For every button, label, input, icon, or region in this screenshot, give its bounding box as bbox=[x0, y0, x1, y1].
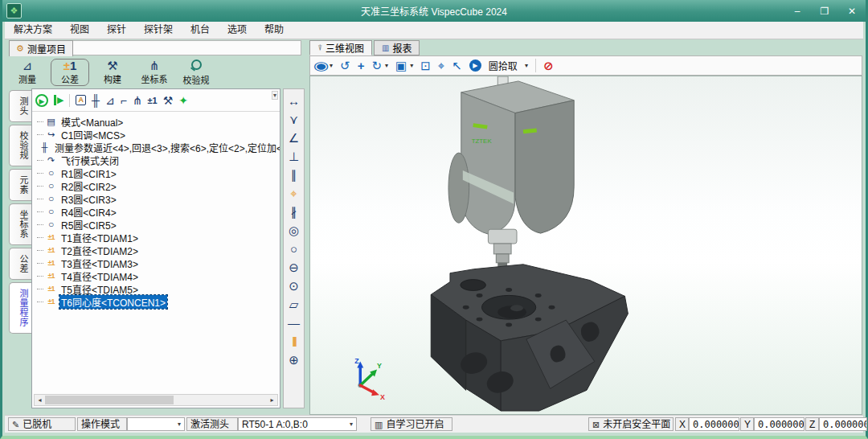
true-position-icon[interactable]: ⊕ bbox=[285, 351, 302, 368]
roundness-icon[interactable]: ○ bbox=[285, 240, 302, 257]
straightness-icon[interactable]: — bbox=[285, 314, 302, 331]
chevron-down-icon[interactable]: ▾ bbox=[330, 62, 333, 69]
circle-feature-icon: ○ bbox=[45, 206, 57, 217]
toolbar-overflow-icon[interactable]: ▾ bbox=[272, 91, 278, 100]
side-tab-probe[interactable]: 测头 bbox=[9, 90, 31, 122]
tree-item-cir3[interactable]: ○R3圆<CIR3> bbox=[37, 192, 280, 205]
self-learn-status[interactable]: ▥ 自学习已开启 bbox=[371, 417, 452, 431]
tolerance-toolbar: ↔ ⋎ ∠ ⊥ ∥ ⌖ ∦ ◎ ○ ⊖ ⊙ ▱ — ||| ⊕ bbox=[283, 88, 305, 408]
parallelism-icon[interactable]: ∥ bbox=[285, 166, 302, 183]
tree-item-tconcen1[interactable]: ±1T6同心度<TCONCEN1> bbox=[37, 295, 280, 308]
ribbon-measure-button[interactable]: ⊿ 测量 bbox=[9, 59, 46, 86]
scroll-left-icon[interactable]: ◂ bbox=[35, 396, 45, 404]
minimize-button[interactable]: – bbox=[790, 6, 805, 17]
position-icon[interactable]: ⌖ bbox=[285, 185, 302, 202]
flatness-icon[interactable]: ▱ bbox=[285, 296, 302, 313]
angle-between-icon[interactable]: ⋎ bbox=[285, 111, 302, 128]
concentricity-icon[interactable]: ◎ bbox=[285, 222, 302, 239]
side-tab-program[interactable]: 测量程序 bbox=[9, 282, 31, 334]
run-program-icon[interactable]: ▶ bbox=[35, 94, 48, 107]
z-axis-label: Z bbox=[805, 417, 819, 431]
tab-3d-view[interactable]: ⍒ 三维视图 bbox=[309, 40, 372, 55]
params-icon[interactable]: ╫ bbox=[92, 95, 100, 106]
menu-view[interactable]: 视图 bbox=[61, 22, 98, 39]
play-icon[interactable]: ▶ bbox=[469, 59, 481, 72]
tab-report[interactable]: ▥ 报表 bbox=[374, 40, 420, 55]
tree-horizontal-scrollbar[interactable]: ◂ ▸ bbox=[34, 394, 278, 406]
select-icon[interactable]: ↖ bbox=[452, 59, 462, 72]
construct-icon[interactable]: ⚒ bbox=[163, 95, 174, 106]
tree-item-cir5[interactable]: ○R5圆<CIR5> bbox=[37, 218, 280, 231]
tree-item-params[interactable]: ╫测量参数逼近<4>,回退<3>,搜索<6>,定位<2>,定位加<2>,测 bbox=[37, 141, 280, 154]
chevron-down-icon[interactable]: ▾ bbox=[410, 62, 413, 69]
tree-item-cir1[interactable]: ○R1圆<CIR1> bbox=[37, 166, 280, 179]
tree-item-tdiam3[interactable]: ±1T3直径<TDIAM3> bbox=[37, 256, 280, 269]
menu-probe[interactable]: 探针 bbox=[98, 22, 135, 39]
ribbon-coordinate-system-button[interactable]: ⋔ 坐标系 bbox=[136, 59, 173, 86]
comment-icon[interactable]: A bbox=[76, 95, 86, 105]
angularity-icon[interactable]: ∦ bbox=[285, 203, 302, 220]
close-button[interactable]: ✕ bbox=[845, 6, 859, 17]
orbit-view-icon[interactable]: ↻ bbox=[371, 59, 382, 72]
restore-button[interactable]: ❐ bbox=[817, 6, 832, 17]
side-tab-tolerance[interactable]: 公差 bbox=[9, 248, 31, 280]
step-run-icon[interactable]: ▶ bbox=[54, 95, 63, 105]
tree-item-tdiam2[interactable]: ±1T2直径<TDIAM2> bbox=[37, 244, 280, 256]
status-bar: ✎ 已脱机 操作模式 ▾ 激活测头 RT50-1 A:0,B:0 ▾ ▥ 自学习… bbox=[5, 415, 863, 433]
menu-probe-rack[interactable]: 探针架 bbox=[135, 22, 182, 39]
circle-feature-icon: ○ bbox=[45, 180, 57, 191]
perpendicularity-icon[interactable]: ⊥ bbox=[285, 148, 302, 165]
symmetry-icon[interactable]: ||| bbox=[285, 333, 302, 350]
coordinate-icon[interactable]: ⋔ bbox=[133, 95, 142, 106]
distance-icon[interactable]: ↔ bbox=[285, 92, 302, 109]
menu-bar: 解决方案 视图 探针 探针架 机台 选项 帮助 bbox=[5, 22, 863, 39]
axis-y-label: Y bbox=[377, 362, 382, 370]
tolerance-item-icon: ±1 bbox=[45, 272, 57, 280]
tree-item-fly-mode[interactable]: ↷飞行模式关闭 bbox=[37, 154, 280, 166]
menu-machine[interactable]: 机台 bbox=[182, 22, 219, 39]
menu-options[interactable]: 选项 bbox=[219, 22, 256, 39]
scrollbar-thumb[interactable] bbox=[45, 396, 174, 404]
tree-item-tdiam4[interactable]: ±1T4直径<TDIAM4> bbox=[37, 269, 280, 282]
ribbon-construct-button[interactable]: ⚒ 构建 bbox=[94, 59, 131, 86]
operation-mode-select[interactable]: ▾ bbox=[127, 417, 185, 431]
chevron-down-icon[interactable]: ▾ bbox=[385, 62, 388, 69]
circle-pick-button[interactable]: 圆拾取 bbox=[489, 59, 518, 72]
fit-view-icon[interactable]: ⊡ bbox=[420, 59, 431, 72]
view-direction-icon[interactable]: ◉ bbox=[313, 59, 330, 72]
tab-measurement-project[interactable]: ⚙ 测量项目 bbox=[9, 40, 73, 56]
safety-plane-icon: ⊠ bbox=[592, 418, 600, 431]
scroll-right-icon[interactable]: ▸ bbox=[267, 396, 277, 404]
locate-icon[interactable]: ⌖ bbox=[438, 59, 444, 72]
pan-view-icon[interactable]: + bbox=[358, 59, 365, 72]
measure-icon: ⊿ bbox=[23, 59, 33, 72]
tree-item-mode[interactable]: ▤模式<Manual> bbox=[37, 115, 280, 128]
cube-view-icon[interactable]: ▣ bbox=[395, 59, 407, 72]
window-title: 天准三坐标系统 VispecCube 2024 bbox=[2, 4, 866, 18]
tolerance-icon[interactable]: ±1 bbox=[148, 95, 158, 106]
tree-item-cir4[interactable]: ○R4圆<CIR4> bbox=[37, 205, 280, 218]
ribbon-tolerance-button[interactable]: ±1 公差 bbox=[51, 59, 89, 86]
prohibit-icon[interactable]: ⊘ bbox=[543, 59, 554, 73]
program-tree: ▤模式<Manual> ↪C1回调<MCS> ╫测量参数逼近<4>,回退<3>,… bbox=[32, 112, 280, 376]
side-tab-coordinate[interactable]: 坐标系 bbox=[9, 203, 31, 245]
move-point-icon[interactable]: ⌐ bbox=[121, 95, 127, 106]
menu-solution[interactable]: 解决方案 bbox=[5, 22, 61, 39]
tree-item-tdiam5[interactable]: ±1T5直径<TDIAM5> bbox=[37, 282, 280, 295]
gauge-target-icon[interactable]: ✦ bbox=[178, 95, 188, 106]
menu-help[interactable]: 帮助 bbox=[256, 22, 293, 39]
tree-item-cir2[interactable]: ○R2圆<CIR2> bbox=[37, 179, 280, 192]
rotate-view-icon[interactable]: ↺ bbox=[340, 59, 350, 72]
angle-icon[interactable]: ∠ bbox=[285, 129, 302, 146]
tree-item-tdiam1[interactable]: ±1T1直径<TDIAM1> bbox=[37, 231, 280, 244]
profile-icon[interactable]: ⊖ bbox=[285, 259, 302, 276]
chevron-down-icon[interactable]: ▾ bbox=[525, 62, 528, 69]
3d-viewport[interactable]: TZTEK bbox=[309, 76, 862, 415]
active-probe-select[interactable]: RT50-1 A:0,B:0 ▾ bbox=[238, 417, 357, 431]
side-tab-element[interactable]: 元素 bbox=[9, 169, 31, 201]
side-tab-gauge[interactable]: 校验规 bbox=[9, 125, 31, 166]
runout-icon[interactable]: ⊙ bbox=[285, 277, 302, 294]
measure-icon[interactable]: ⊿ bbox=[105, 95, 115, 106]
ribbon-gauge-button[interactable]: 校验规 bbox=[178, 59, 215, 86]
tree-item-recall[interactable]: ↪C1回调<MCS> bbox=[37, 128, 280, 141]
